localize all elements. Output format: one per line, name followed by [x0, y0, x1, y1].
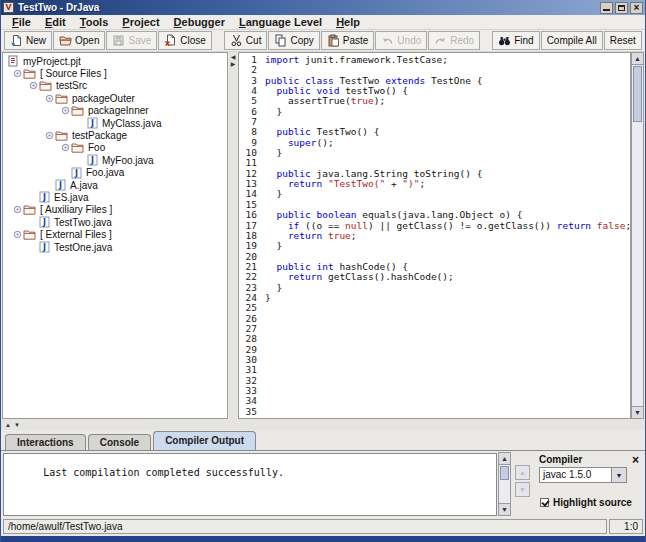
highlight-source-checkbox[interactable]	[540, 498, 549, 507]
open-button[interactable]: Open	[53, 31, 105, 50]
toolbar-button-label: Paste	[343, 35, 369, 46]
compiler-panel-title: Compiler	[539, 454, 630, 465]
current-file-path: /home/awulf/TestTwo.java	[3, 519, 607, 534]
code-token: ) || getClass() != o.getClass())	[368, 221, 557, 231]
code-token: public	[276, 210, 310, 220]
close-button[interactable]: ×	[630, 2, 643, 14]
svg-text:J: J	[90, 156, 94, 165]
tree-node-myclass-java[interactable]: JMyClass.java	[3, 117, 227, 129]
cut-button[interactable]: Cut	[224, 31, 268, 50]
close-button[interactable]: Close	[158, 31, 212, 50]
tree-node-packageinner[interactable]: packageInner	[3, 105, 227, 117]
minimize-button[interactable]	[600, 2, 613, 14]
collapse-left-icon[interactable]: ◀	[231, 54, 236, 61]
compiler-panel: Compiler × javac 1.5.0 ▼ Highlight sourc…	[534, 451, 643, 517]
tree-node-testtwo-java[interactable]: JTestTwo.java	[3, 216, 227, 228]
menu-tools[interactable]: Tools	[73, 16, 116, 28]
project-tree-panel[interactable]: myProject.pjt[ Source Files ]testSrcpack…	[2, 52, 228, 419]
code-line: 1import junit.framework.TestCase;	[241, 55, 630, 65]
scroll-down-icon[interactable]: ▼	[499, 503, 510, 515]
tree-node-testone-java[interactable]: JTestOne.java	[3, 241, 227, 253]
expand-handle-icon[interactable]	[11, 205, 23, 214]
menu-edit[interactable]: Edit	[38, 16, 73, 28]
chevron-down-icon[interactable]: ▼	[611, 468, 626, 482]
tab-interactions[interactable]: Interactions	[5, 434, 86, 450]
code-token: ;	[420, 179, 426, 189]
tab-console[interactable]: Console	[88, 434, 151, 450]
vertical-split-divider[interactable]: ◀ ▶	[229, 52, 237, 419]
maximize-icon	[618, 5, 625, 11]
tab-content: Last compilation completed successfully.…	[1, 450, 645, 517]
toolbar-button-label: New	[26, 35, 46, 46]
undo-icon	[381, 34, 394, 47]
toolbar-button-label: Copy	[290, 35, 313, 46]
scroll-up-icon[interactable]: ▲	[632, 53, 643, 65]
compile-all-button[interactable]: Compile All	[541, 31, 603, 50]
menu-project[interactable]: Project	[115, 16, 166, 28]
console-scrollbar[interactable]: ▲ ▼	[498, 452, 511, 516]
find-button[interactable]: Find	[492, 31, 539, 50]
new-file-icon	[10, 34, 23, 47]
menu-file[interactable]: File	[5, 16, 38, 28]
paste-button[interactable]: Paste	[321, 31, 375, 50]
collapse-up-icon[interactable]: ▲	[5, 422, 11, 428]
maximize-button[interactable]	[615, 2, 628, 14]
menu-debugger[interactable]: Debugger	[167, 16, 232, 28]
expand-handle-icon[interactable]	[59, 143, 71, 152]
line-number: 19	[241, 241, 257, 251]
code-token: ();	[317, 138, 334, 148]
tree-node-source-files[interactable]: [ Source Files ]	[3, 67, 227, 79]
close-panel-icon[interactable]: ×	[630, 455, 641, 465]
tree-node-label: packageOuter	[72, 93, 135, 104]
tree-node-auxiliary-files[interactable]: [ Auxiliary Files ]	[3, 204, 227, 216]
drjava-window: V TestTwo - DrJava × FileEditToolsProjec…	[0, 0, 646, 542]
tree-node-label: testPackage	[72, 130, 127, 141]
expand-handle-icon[interactable]	[43, 94, 55, 103]
code-line: 23 }	[241, 283, 630, 293]
code-lines: 1import junit.framework.TestCase;23publi…	[241, 55, 630, 417]
scroll-up-icon[interactable]: ▲	[499, 453, 510, 465]
reset-button[interactable]: Reset	[604, 31, 642, 50]
scrollbar-thumb[interactable]	[500, 466, 509, 480]
tab-compiler-output[interactable]: Compiler Output	[153, 431, 256, 450]
expand-handle-icon[interactable]	[43, 131, 55, 140]
compiler-select[interactable]: javac 1.5.0 ▼	[539, 467, 627, 483]
folder-icon	[71, 142, 84, 153]
tree-node-foo[interactable]: Foo	[3, 142, 227, 154]
tree-node-myfoo-java[interactable]: JMyFoo.java	[3, 154, 227, 166]
tree-node-packageouter[interactable]: packageOuter	[3, 92, 227, 104]
tree-node-testsrc[interactable]: testSrc	[3, 80, 227, 92]
expand-handle-icon[interactable]	[11, 69, 23, 78]
menu-help[interactable]: Help	[329, 16, 367, 28]
next-error-button: ▼	[515, 482, 530, 497]
svg-text:J: J	[90, 119, 94, 128]
svg-text:J: J	[42, 218, 46, 227]
tree-node-testpackage[interactable]: testPackage	[3, 129, 227, 141]
tree-node-label: TestTwo.java	[54, 217, 112, 228]
code-token: return	[288, 231, 322, 241]
collapse-down-icon[interactable]: ▼	[14, 422, 20, 428]
svg-text:J: J	[42, 193, 46, 202]
expand-handle-icon[interactable]	[59, 106, 71, 115]
code-token	[265, 210, 276, 220]
expand-handle-icon[interactable]	[11, 230, 23, 239]
expand-handle-icon[interactable]	[27, 81, 39, 90]
new-button[interactable]: New	[4, 31, 52, 50]
collapse-right-icon[interactable]: ▶	[231, 61, 236, 68]
copy-button[interactable]: Copy	[268, 31, 319, 50]
arrow-up-icon: ▲	[519, 469, 526, 476]
menu-language-level[interactable]: Language Level	[232, 16, 329, 28]
tree-node-es-java[interactable]: JES.java	[3, 191, 227, 203]
tree-node-foo-java[interactable]: JFoo.java	[3, 167, 227, 179]
code-line: 29	[241, 345, 630, 355]
editor-scrollbar[interactable]: ▲ ▼	[631, 52, 644, 419]
tree-node-external-files[interactable]: [ External Files ]	[3, 228, 227, 240]
tree-node-a-java[interactable]: JA.java	[3, 179, 227, 191]
horizontal-split-divider[interactable]: ▲ ▼	[1, 419, 645, 430]
tree-node-myproject-pjt[interactable]: myProject.pjt	[3, 55, 227, 67]
window-titlebar[interactable]: V TestTwo - DrJava ×	[1, 0, 645, 15]
scrollbar-thumb[interactable]	[633, 66, 642, 122]
code-editor[interactable]: 1import junit.framework.TestCase;23publi…	[238, 52, 631, 419]
compiler-output-area[interactable]: Last compilation completed successfully.	[3, 453, 497, 516]
scroll-down-icon[interactable]: ▼	[632, 406, 643, 418]
